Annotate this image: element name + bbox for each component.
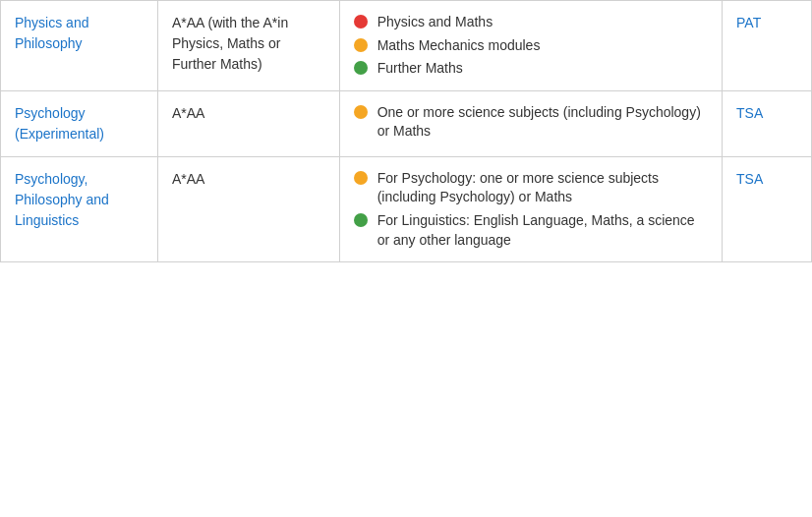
orange-dot-icon bbox=[354, 105, 368, 119]
test-cell: TSA bbox=[723, 156, 812, 261]
test-cell: TSA bbox=[723, 90, 812, 156]
grades-cell: A*AA bbox=[157, 90, 339, 156]
grades-cell: A*AA (with the A*in Physics, Maths or Fu… bbox=[157, 1, 339, 91]
course-cell: Psychology (Experimental) bbox=[1, 90, 158, 156]
courses-table: Physics and PhilosophyA*AA (with the A*i… bbox=[0, 0, 812, 262]
course-cell: Physics and Philosophy bbox=[1, 1, 158, 91]
test-name: TSA bbox=[736, 171, 763, 187]
red-dot-icon bbox=[354, 15, 368, 29]
green-dot-icon bbox=[354, 61, 368, 75]
table-row: Physics and PhilosophyA*AA (with the A*i… bbox=[1, 1, 812, 91]
subject-text: One or more science subjects (including … bbox=[377, 103, 708, 142]
subject-text: Physics and Maths bbox=[377, 13, 493, 32]
grades-text: A*AA (with the A*in Physics, Maths or Fu… bbox=[172, 15, 288, 72]
grades-cell: A*AA bbox=[157, 156, 339, 261]
course-cell: Psychology, Philosophy and Linguistics bbox=[1, 156, 158, 261]
orange-dot-icon bbox=[354, 38, 368, 52]
subject-text: Maths Mechanics modules bbox=[377, 36, 541, 56]
test-name: TSA bbox=[736, 105, 763, 121]
subjects-cell: Physics and MathsMaths Mechanics modules… bbox=[339, 1, 722, 91]
table-row: Psychology (Experimental)A*AAOne or more… bbox=[1, 90, 812, 156]
subjects-cell: For Psychology: one or more science subj… bbox=[339, 156, 722, 261]
subject-item: For Psychology: one or more science subj… bbox=[354, 169, 708, 207]
subject-item: Further Maths bbox=[354, 59, 708, 79]
course-name: Psychology, Philosophy and Linguistics bbox=[15, 171, 109, 228]
subject-item: Maths Mechanics modules bbox=[354, 36, 708, 56]
test-cell: PAT bbox=[723, 1, 812, 91]
subject-text: Further Maths bbox=[377, 59, 463, 79]
grades-text: A*AA bbox=[172, 105, 204, 121]
subjects-cell: One or more science subjects (including … bbox=[339, 90, 722, 156]
subject-item: Physics and Maths bbox=[354, 13, 708, 32]
green-dot-icon bbox=[354, 213, 368, 227]
test-name: PAT bbox=[736, 15, 761, 30]
subject-text: For Linguistics: English Language, Maths… bbox=[377, 211, 708, 250]
course-name: Physics and Philosophy bbox=[15, 15, 88, 51]
subject-item: For Linguistics: English Language, Maths… bbox=[354, 211, 708, 250]
table-row: Psychology, Philosophy and LinguisticsA*… bbox=[1, 156, 812, 261]
subject-text: For Psychology: one or more science subj… bbox=[377, 169, 708, 207]
course-name: Psychology (Experimental) bbox=[15, 105, 104, 142]
orange-dot-icon bbox=[354, 171, 368, 185]
subject-item: One or more science subjects (including … bbox=[354, 103, 708, 142]
grades-text: A*AA bbox=[172, 171, 204, 187]
